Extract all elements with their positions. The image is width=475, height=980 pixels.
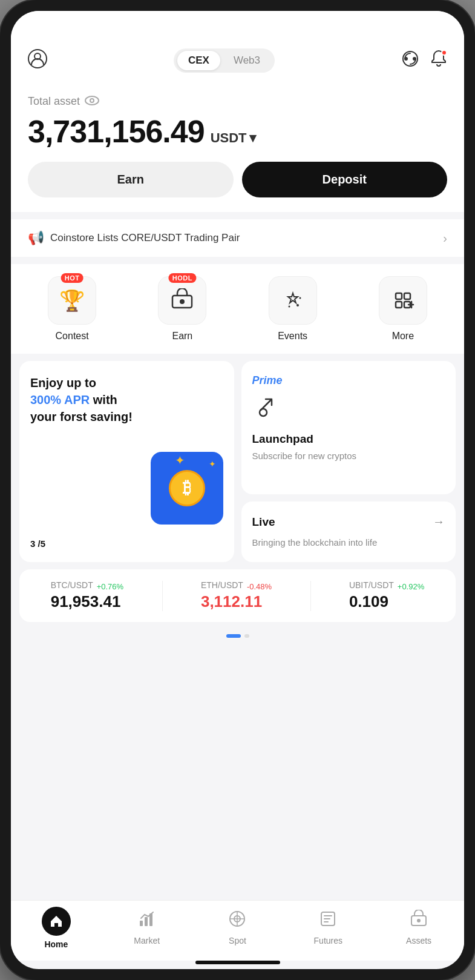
- nav-futures-label: Futures: [314, 936, 342, 945]
- promo-card-savings[interactable]: Enjoy up to 300% APR with your forst sav…: [19, 361, 234, 562]
- announcement-content: 📢 Coinstore Lists CORE/USDT Trading Pair: [28, 230, 240, 246]
- promo-card-launchpad[interactable]: Prime Launchpad Subscribe for new crypto…: [241, 361, 456, 494]
- coin-wallet-graphic: ✦ ✦ ₿: [151, 452, 223, 525]
- asset-currency[interactable]: USDT ▾: [211, 130, 256, 146]
- qa-earn-icon-wrap: HODL: [158, 276, 206, 325]
- qa-events-label: Events: [278, 331, 307, 342]
- ticker-eth-change: -0.48%: [247, 582, 272, 591]
- contest-badge: HOT: [61, 273, 84, 283]
- deposit-button[interactable]: Deposit: [242, 162, 448, 197]
- total-asset-text: Total asset: [28, 95, 80, 108]
- home-icon: [42, 907, 71, 936]
- scroll-indicator: [11, 629, 464, 643]
- ticker-eth[interactable]: ETH/USDT -0.48% 3,112.11: [201, 580, 272, 611]
- nav-home-label: Home: [44, 939, 68, 949]
- asset-section: Total asset 3,731,156.49 USDT ▾: [11, 82, 464, 212]
- svg-rect-18: [145, 917, 148, 926]
- support-button[interactable]: [401, 50, 419, 72]
- trophy-icon: 🏆: [59, 288, 85, 313]
- quick-actions: 🏆 HOT Contest HODL Earn: [11, 264, 464, 354]
- qa-more-label: More: [392, 331, 414, 342]
- ticker-ubit-pair-row: UBIT/USDT +0.92%: [349, 580, 424, 592]
- bottom-nav: Home Market: [11, 900, 464, 961]
- svg-point-7: [180, 299, 185, 304]
- svg-point-27: [417, 919, 421, 922]
- svg-point-5: [90, 99, 94, 102]
- svg-point-9: [288, 306, 290, 308]
- pagination-total: /5: [38, 538, 46, 549]
- header-left: [28, 49, 47, 73]
- asset-amount: 3,731,156.49 USDT ▾: [28, 113, 447, 150]
- currency-chevron: ▾: [249, 130, 256, 146]
- announcement-bar[interactable]: 📢 Coinstore Lists CORE/USDT Trading Pair…: [11, 219, 464, 257]
- ticker-divider-2: [310, 581, 311, 611]
- phone-screen: CEX Web3: [11, 11, 464, 969]
- qa-events-icon-wrap: [269, 276, 317, 325]
- promo-card-live[interactable]: Live → Bringing the blockchain into life: [241, 502, 456, 562]
- currency-text: USDT: [211, 130, 247, 146]
- promo-pagination: 3 /5: [30, 538, 223, 549]
- promo-saving: your forst saving!: [30, 410, 133, 423]
- header-right: [401, 50, 447, 72]
- svg-rect-12: [404, 293, 410, 299]
- launchpad-title: Launchpad: [252, 432, 445, 446]
- qa-more-icon-wrap: [379, 276, 427, 325]
- scroll-dot-1: [244, 634, 249, 638]
- announcement-text: Coinstore Lists CORE/USDT Trading Pair: [50, 232, 240, 244]
- ticker-btc-price: 91,953.41: [51, 592, 121, 611]
- promo-text-content: Enjoy up to 300% APR with your forst sav…: [30, 374, 223, 425]
- earn-button[interactable]: Earn: [28, 162, 234, 197]
- svg-point-8: [296, 304, 299, 306]
- market-icon: [138, 910, 156, 932]
- home-indicator: [195, 961, 280, 964]
- header: CEX Web3: [11, 41, 464, 82]
- nav-assets[interactable]: Assets: [373, 910, 464, 945]
- pagination-current: 3: [30, 538, 35, 549]
- promo-section: Enjoy up to 300% APR with your forst sav…: [11, 361, 464, 562]
- qa-contest[interactable]: 🏆 HOT Contest: [27, 276, 117, 342]
- svg-point-4: [85, 96, 99, 105]
- prime-label: Prime: [252, 374, 445, 387]
- live-header: Live →: [252, 515, 445, 529]
- market-tickers: BTC/USDT +0.76% 91,953.41 ETH/USDT -0.48…: [19, 569, 456, 622]
- eye-icon[interactable]: [85, 94, 99, 108]
- qa-more[interactable]: More: [358, 276, 448, 342]
- nav-market[interactable]: Market: [102, 910, 192, 945]
- svg-point-16: [260, 409, 267, 416]
- total-asset-label: Total asset: [28, 94, 447, 108]
- nav-home[interactable]: Home: [11, 907, 102, 949]
- nav-spot[interactable]: Spot: [192, 910, 283, 945]
- qa-contest-icon-wrap: 🏆 HOT: [48, 276, 96, 325]
- tab-web3[interactable]: Web3: [223, 51, 271, 70]
- notification-button[interactable]: [430, 50, 447, 72]
- qa-events[interactable]: Events: [247, 276, 338, 342]
- profile-button[interactable]: [28, 49, 47, 73]
- ticker-ubit[interactable]: UBIT/USDT +0.92% 0.109: [349, 580, 424, 611]
- nav-spot-label: Spot: [229, 936, 246, 945]
- assets-icon: [410, 910, 428, 932]
- spot-icon: [228, 910, 246, 932]
- ticker-btc-pair-row: BTC/USDT +0.76%: [51, 580, 123, 592]
- svg-point-3: [413, 57, 416, 61]
- tab-cex[interactable]: CEX: [177, 51, 220, 70]
- ticker-btc[interactable]: BTC/USDT +0.76% 91,953.41: [51, 580, 123, 611]
- promo-line1: Enjoy up to 300% APR with your forst sav…: [30, 374, 223, 425]
- promo-enjoy: Enjoy up to: [30, 376, 96, 389]
- ticker-btc-change: +0.76%: [97, 582, 123, 591]
- announcement-icon: 📢: [28, 230, 44, 246]
- earn-icon: [170, 288, 194, 313]
- notification-dot: [441, 50, 447, 56]
- bitcoin-coin: ₿: [169, 470, 205, 506]
- launchpad-icon: [252, 394, 445, 426]
- svg-rect-13: [396, 302, 402, 308]
- scroll-dot-active: [226, 634, 241, 638]
- phone-frame: CEX Web3: [0, 0, 475, 980]
- earn-badge: HODL: [169, 273, 196, 283]
- live-arrow: →: [433, 515, 445, 529]
- nav-futures[interactable]: Futures: [283, 910, 373, 945]
- ticker-eth-price: 3,112.11: [201, 592, 262, 611]
- nav-assets-label: Assets: [406, 936, 431, 945]
- qa-earn[interactable]: HODL Earn: [137, 276, 228, 342]
- promo-with: with: [93, 393, 117, 406]
- asset-number: 3,731,156.49: [28, 113, 205, 150]
